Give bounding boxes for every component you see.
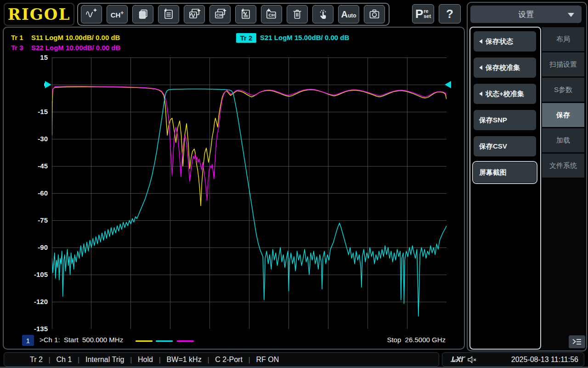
trace-id-tr2[interactable]: Tr 2: [236, 33, 256, 43]
status-separator: |: [43, 356, 57, 363]
camera-icon: [368, 8, 380, 20]
status-separator: |: [153, 356, 167, 363]
copy-icon: [137, 8, 149, 20]
tab-6[interactable]: 文件系统: [542, 154, 584, 178]
triangle-left-icon: [479, 65, 482, 70]
status-item: Ch 1: [57, 356, 72, 364]
y-axis-tick: -45: [7, 162, 48, 170]
add-channel-button[interactable]: CH+: [107, 5, 128, 23]
ref-level-marker-left-icon: [45, 81, 51, 88]
y-axis-tick: -60: [7, 189, 48, 197]
menu-header-dropdown[interactable]: 设置: [470, 6, 582, 23]
menu-item-1[interactable]: 保存状态: [474, 31, 536, 52]
menu-item-label: 屏幕截图: [479, 168, 507, 177]
tab-4[interactable]: 保存: [542, 103, 584, 127]
y-axis-tick: -120: [7, 298, 48, 305]
menu-collapse-icon: [571, 338, 582, 346]
status-item: BW=1 kHz: [167, 356, 202, 364]
status-item: Internal Trig: [85, 356, 124, 364]
status-separator: |: [243, 356, 256, 363]
trace-plus-icon: [85, 8, 98, 21]
y-axis-tick: -75: [7, 216, 48, 224]
triangle-left-icon: [479, 92, 482, 96]
tab-2[interactable]: 扫描设置: [542, 52, 584, 76]
y-axis-tick: -135: [7, 325, 48, 333]
copy-window-button[interactable]: [132, 5, 153, 23]
chevron-down-icon: [568, 13, 574, 17]
add-channel-folder-button[interactable]: CH: [261, 5, 282, 23]
preset-button[interactable]: Preset: [412, 4, 434, 23]
rigol-logo: RIGOL: [4, 3, 74, 26]
y-axis-tick: -15: [7, 108, 48, 115]
status-item: Tr 2: [30, 356, 43, 364]
datetime-text: 2025-08-13 11:11:56: [511, 356, 578, 364]
screenshot-button[interactable]: [364, 5, 385, 23]
trace-settings-text[interactable]: S11 LogM 10.00dB/ 0.00 dB: [31, 34, 120, 41]
channel-badge[interactable]: 1: [22, 335, 34, 346]
clipboard-trace-plus-icon: [240, 8, 252, 20]
vna-screen: RIGOL CH+CHCHAuto Preset ? Tr 1S11 LogM …: [0, 0, 588, 368]
auto-scale-button[interactable]: Auto: [338, 5, 359, 23]
tab-5[interactable]: 加载: [542, 128, 584, 152]
status-separator: |: [202, 356, 215, 363]
window-ch-plus-icon: CH: [214, 8, 226, 21]
status-separator: |: [124, 356, 138, 363]
y-axis-tick: 15: [7, 53, 48, 61]
status-item: C 2-Port: [215, 356, 243, 364]
trace-id-tr1[interactable]: Tr 1: [11, 34, 23, 41]
y-axis-tick: -30: [7, 135, 48, 143]
speaker-muted-icon: [468, 356, 478, 363]
status-item: Hold: [138, 356, 153, 364]
menu-item-3[interactable]: 状态+校准集: [474, 84, 536, 104]
menu-item-label: 保存SNP: [479, 116, 507, 125]
menu-item-6[interactable]: 屏幕截图: [474, 162, 536, 183]
status-bar-left: Tr 2|Ch 1|Internal Trig|Hold|BW=1 kHz|C …: [4, 352, 439, 367]
add-trace-window-button[interactable]: [184, 5, 205, 23]
menu-item-label: 保存校准集: [486, 63, 520, 72]
menu-collapse-button[interactable]: [569, 335, 585, 348]
status-separator: |: [72, 356, 85, 363]
menu-header-title: 设置: [518, 9, 534, 20]
trace-settings-text[interactable]: S22 LogM 10.00dB/ 0.00 dB: [31, 44, 120, 52]
menu-item-2[interactable]: 保存校准集: [474, 58, 536, 78]
table-plus-icon: [163, 8, 175, 20]
status-bar-right: LXI 2025-08-13 11:11:56: [442, 352, 584, 367]
menu-item-5[interactable]: 保存CSV: [474, 136, 536, 156]
svg-text:CH: CH: [269, 12, 275, 17]
submenu-list: 保存状态保存校准集状态+校准集保存SNP保存CSV屏幕截图: [469, 27, 541, 350]
plot-area[interactable]: [52, 58, 447, 329]
trace-id-tr3[interactable]: Tr 3: [11, 44, 23, 52]
trace3-legend-line: [177, 340, 194, 342]
tab-1[interactable]: 布局: [542, 27, 584, 51]
auto-scale-icon: Auto: [341, 9, 356, 20]
trace2-legend-line: [156, 340, 173, 342]
trace1-legend-line: [136, 340, 153, 342]
menu-item-4[interactable]: 保存SNP: [474, 110, 536, 130]
touch-icon: [317, 8, 329, 20]
toolbar: CH+CHCHAuto: [77, 3, 390, 26]
menu-panel: 设置 保存状态保存校准集状态+校准集保存SNP保存CSV屏幕截图 布局扫描设置S…: [467, 2, 587, 351]
add-measure-list-button[interactable]: [235, 5, 256, 23]
add-table-button[interactable]: [158, 5, 179, 23]
channel-stop-text[interactable]: Stop 26.5000 GHz: [325, 336, 446, 344]
add-channel-window-button[interactable]: CH: [209, 5, 231, 23]
menu-item-label: 保存CSV: [479, 142, 507, 151]
menu-item-label: 状态+校准集: [486, 90, 524, 98]
menu-item-label: 保存状态: [486, 37, 513, 46]
touch-button[interactable]: [312, 5, 334, 23]
delete-button[interactable]: [287, 5, 308, 23]
display-panel: Tr 1S11 LogM 10.00dB/ 0.00 dBTr 3S22 Log…: [3, 27, 465, 350]
window-trace-plus-icon: [188, 8, 201, 21]
trace-settings-text[interactable]: S21 LogM 15.00dB/ 0.00 dB: [260, 34, 349, 41]
add-trace-button[interactable]: [81, 5, 102, 23]
svg-text:CH: CH: [216, 13, 222, 17]
tab-3[interactable]: S参数: [542, 78, 584, 102]
y-axis-tick: 0: [7, 80, 48, 88]
channel-start-text[interactable]: >Ch 1: Start 500.000 MHz: [40, 336, 123, 344]
folder-ch-plus-icon: CH: [265, 8, 278, 21]
status-item: RF ON: [256, 356, 279, 364]
ref-level-marker-right-icon: [445, 81, 451, 88]
lxi-status-icon: LXI: [452, 356, 463, 364]
ch-plus-icon: CH+: [111, 10, 124, 19]
help-button[interactable]: ?: [439, 4, 461, 23]
